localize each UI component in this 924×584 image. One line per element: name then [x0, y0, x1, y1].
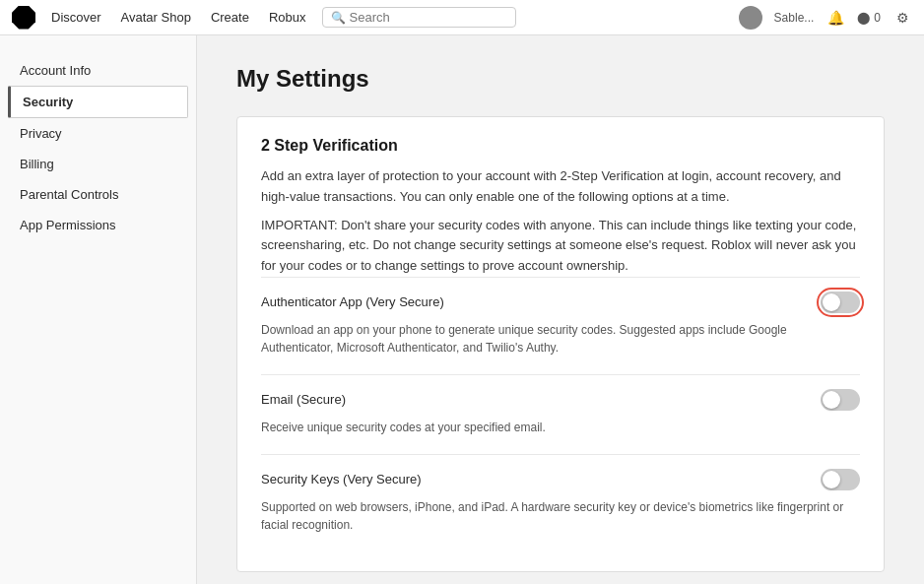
sidebar-item-parental-controls[interactable]: Parental Controls: [0, 179, 196, 210]
sidebar-item-security[interactable]: Security: [8, 86, 188, 118]
authenticator-desc: Download an app on your phone to generat…: [261, 313, 860, 360]
security-keys-toggle-knob: [823, 471, 840, 488]
security-keys-option: Security Keys (Very Secure) Supported on…: [261, 454, 860, 552]
sidebar-item-billing[interactable]: Billing: [0, 149, 196, 179]
authenticator-header: Authenticator App (Very Secure): [261, 292, 860, 313]
robux-display[interactable]: ⬤ 0: [857, 11, 881, 25]
email-option: Email (Secure) Receive unique security c…: [261, 374, 860, 454]
security-keys-header: Security Keys (Very Secure): [261, 469, 860, 490]
authenticator-toggle-wrapper: [821, 292, 860, 313]
security-keys-label: Security Keys (Very Secure): [261, 472, 422, 487]
page-wrapper: Account Info Security Privacy Billing Pa…: [0, 35, 924, 584]
settings-icon[interactable]: ⚙: [892, 8, 912, 28]
email-toggle-wrapper: [821, 389, 860, 411]
navbar-right: Sable... 🔔 ⬤ 0 ⚙: [739, 6, 912, 30]
sidebar: Account Info Security Privacy Billing Pa…: [0, 35, 197, 584]
nav-discover[interactable]: Discover: [51, 10, 101, 25]
two-step-title: 2 Step Verification: [261, 137, 860, 155]
username-label: Sable...: [774, 11, 815, 25]
email-desc: Receive unique security codes at your sp…: [261, 411, 860, 440]
avatar[interactable]: [739, 6, 762, 30]
two-step-section: 2 Step Verification Add an extra layer o…: [236, 116, 885, 572]
nav-create[interactable]: Create: [211, 10, 249, 25]
security-keys-toggle-wrapper: [821, 469, 860, 490]
security-keys-desc: Supported on web browsers, iPhone, and i…: [261, 490, 860, 538]
nav-robux[interactable]: Robux: [269, 10, 306, 25]
sidebar-item-privacy[interactable]: Privacy: [0, 118, 196, 149]
email-header: Email (Secure): [261, 389, 860, 411]
page-title: My Settings: [236, 65, 885, 93]
sidebar-item-app-permissions[interactable]: App Permissions: [0, 210, 196, 240]
email-toggle-knob: [823, 391, 840, 409]
two-step-description1: Add an extra layer of protection to your…: [261, 166, 860, 208]
authenticator-option: Authenticator App (Very Secure) Download…: [261, 277, 860, 374]
main-content: My Settings 2 Step Verification Add an e…: [197, 35, 924, 584]
search-icon: 🔍: [331, 11, 346, 25]
sidebar-item-account-info[interactable]: Account Info: [0, 55, 196, 86]
security-keys-toggle[interactable]: [821, 469, 860, 490]
bell-icon[interactable]: 🔔: [825, 8, 845, 28]
nav-links: Discover Avatar Shop Create Robux: [51, 10, 306, 25]
search-input[interactable]: [350, 10, 507, 25]
authenticator-label: Authenticator App (Very Secure): [261, 294, 444, 309]
nav-avatar-shop[interactable]: Avatar Shop: [121, 10, 191, 25]
roblox-logo-icon[interactable]: [12, 6, 35, 30]
authenticator-toggle[interactable]: [821, 292, 860, 313]
two-step-important: IMPORTANT: Don't share your security cod…: [261, 216, 860, 277]
navbar: Discover Avatar Shop Create Robux 🔍 Sabl…: [0, 0, 924, 35]
authenticator-toggle-knob: [823, 293, 840, 311]
robux-count: 0: [874, 11, 881, 25]
search-bar[interactable]: 🔍: [322, 7, 516, 28]
robux-icon: ⬤: [857, 11, 870, 25]
email-toggle[interactable]: [821, 389, 860, 411]
email-label: Email (Secure): [261, 392, 346, 407]
